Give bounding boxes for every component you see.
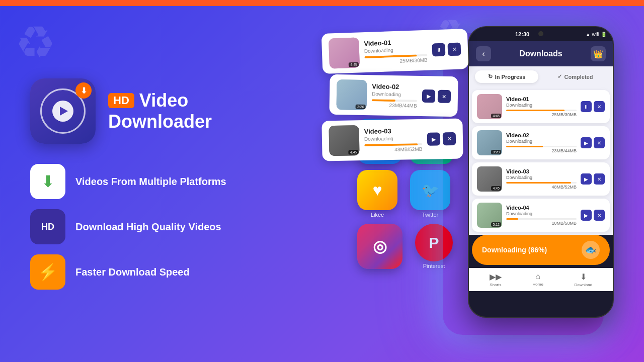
download-item-1: 4:45 Video-01 Downloading 25MB/30MB ⏸ ✕ (472, 90, 610, 123)
pinterest-icon: P (415, 224, 453, 261)
nav-home[interactable]: ⌂ Home (533, 272, 543, 287)
dl-duration-2: 3:20 (491, 150, 501, 154)
nav-download[interactable]: ⬇ Download (575, 272, 593, 287)
dl-thumb-2: 3:20 (477, 130, 502, 155)
feature-multiple-platforms: ⬇ Videos From Multiple Platforms (30, 164, 352, 199)
float-status-1: Downloading (364, 46, 427, 54)
video-label: Video (139, 90, 188, 111)
float-size-2: 23MB/44MB (372, 102, 417, 109)
dl-controls-1: ⏸ ✕ (581, 101, 605, 112)
dl-controls-2: ▶ ✕ (581, 137, 605, 148)
dl-cancel-2[interactable]: ✕ (594, 137, 605, 148)
likee-icon: ♥ (357, 170, 397, 210)
cancel-button-3[interactable]: ✕ (443, 132, 456, 145)
right-panel: f V ♥ Likee 🐦 Twitter ◎ P Pinterest (352, 21, 614, 347)
main-content: ♻ ♻ ⬇ HD Video Downloader (0, 6, 644, 362)
float-duration-2: 3:20 (356, 105, 366, 109)
lightning-icon: ⚡ (38, 262, 58, 282)
dl-duration-4: 5:12 (491, 222, 501, 227)
download-badge-icon: ⬇ (75, 82, 92, 99)
nav-shorts-label: Shorts (490, 283, 501, 287)
inprogress-label: In Progress (495, 74, 526, 80)
float-progress-bar-2 (372, 99, 417, 102)
dl-pause-1[interactable]: ⏸ (581, 101, 592, 112)
cancel-button-2[interactable]: ✕ (438, 90, 451, 103)
likee-label: Likee (371, 212, 384, 218)
overall-download-progress: Downloading (86%) 🐟 (472, 235, 610, 265)
dl-controls-3: ▶ ✕ (581, 173, 605, 185)
signal-icon: ▲ (586, 32, 591, 37)
completed-label: Completed (565, 74, 593, 80)
float-controls-3: ▶ ✕ (427, 132, 456, 146)
dl-thumb-1: 4:45 (477, 94, 502, 119)
dl-info-1: Video-01 Downloading 25MB/30MB (506, 96, 577, 117)
dl-info-4: Video-04 Downloading 10MB/58MB (506, 205, 577, 226)
float-controls-2: ▶ ✕ (422, 89, 451, 103)
dl-size-1: 25MB/30MB (506, 112, 577, 117)
feature-label-1: Download High Quality Videos (75, 221, 221, 233)
pinterest-label: Pinterest (423, 263, 445, 269)
dl-progress-fill-2 (506, 146, 543, 147)
cancel-button-1[interactable]: ✕ (447, 42, 461, 56)
float-thumb-3: 4:45 (329, 125, 359, 156)
dl-size-3: 48MB/52MB (506, 185, 577, 190)
top-bar (0, 0, 644, 6)
dl-size-2: 23MB/44MB (506, 148, 577, 153)
inprogress-icon: ↻ (488, 73, 493, 80)
play-triangle (60, 107, 68, 116)
twitter-label: Twitter (422, 212, 438, 218)
float-card-3: 4:45 Video-03 Downloading 48MB/52MB ▶ ✕ (321, 119, 463, 161)
dl-name-4: Video-04 (506, 205, 577, 211)
float-status-2: Downloading (372, 91, 417, 98)
bg-decoration-1: ♻ (15, 16, 56, 69)
dl-cancel-4[interactable]: ✕ (594, 210, 605, 221)
phone-tabs: ↻ In Progress ✓ Completed (469, 66, 613, 87)
play-button-3[interactable]: ▶ (427, 132, 440, 145)
phone-crown-button[interactable]: 👑 (591, 46, 606, 61)
dl-status-1: Downloading (506, 103, 577, 108)
feature-fast-speed: ⚡ Faster Download Speed (30, 254, 352, 290)
dl-progress-bar-1 (506, 110, 577, 111)
downloader-label: Downloader (108, 111, 212, 132)
dl-play-2[interactable]: ▶ (581, 137, 592, 148)
feature-icon-download: ⬇ (30, 164, 65, 199)
float-info-2: Video-02 Downloading 23MB/44MB (372, 82, 418, 109)
phone-back-button[interactable]: ‹ (476, 46, 491, 61)
dl-name-2: Video-02 (506, 132, 577, 138)
tab-completed[interactable]: ✓ Completed (543, 70, 607, 83)
feature-label-0: Videos From Multiple Platforms (75, 176, 226, 188)
phone-status-bar: 12:30 ▲ wifi 🔋 (469, 27, 613, 41)
left-panel: ⬇ HD Video Downloader ⬇ Videos From Mult… (30, 78, 352, 290)
dl-play-4[interactable]: ▶ (581, 210, 592, 221)
float-progress-fill-2 (372, 99, 395, 102)
dl-name-1: Video-01 (506, 96, 577, 102)
pause-button-1[interactable]: ⏸ (432, 43, 446, 57)
feature-icon-hd: HD (30, 209, 65, 244)
float-duration-1: 4:45 (349, 62, 359, 67)
tab-inprogress[interactable]: ↻ In Progress (475, 70, 538, 83)
platform-row-2: ♥ Likee 🐦 Twitter (357, 170, 453, 218)
twitter-container: 🐦 Twitter (410, 170, 450, 218)
float-duration-3: 4:45 (349, 150, 359, 154)
float-status-3: Downloading (364, 135, 422, 142)
dl-progress-bar-4 (506, 218, 577, 220)
dl-size-4: 10MB/58MB (506, 221, 577, 226)
nav-home-label: Home (533, 282, 543, 287)
battery-icon: 🔋 (601, 32, 607, 37)
fish-icon: 🐟 (582, 241, 600, 259)
float-name-3: Video-03 (364, 127, 422, 135)
float-info-1: Video-01 Downloading 25MB/30MB (364, 38, 428, 65)
dl-play-3[interactable]: ▶ (581, 173, 592, 185)
dl-info-3: Video-03 Downloading 48MB/52MB (506, 168, 577, 190)
phone-header: ‹ Downloads 👑 (469, 41, 613, 66)
hd-icon: HD (41, 222, 54, 232)
dl-cancel-3[interactable]: ✕ (594, 173, 605, 185)
float-controls-1: ⏸ ✕ (432, 42, 461, 56)
float-thumb-1: 4:45 (329, 37, 360, 68)
float-card-2: 3:20 Video-02 Downloading 23MB/44MB ▶ ✕ (329, 74, 458, 117)
floating-cards: 4:45 Video-01 Downloading 25MB/30MB ⏸ ✕ (322, 31, 458, 165)
dl-status-4: Downloading (506, 211, 577, 216)
nav-shorts[interactable]: ▶▶ Shorts (490, 272, 502, 287)
dl-cancel-1[interactable]: ✕ (594, 101, 605, 112)
play-button-2[interactable]: ▶ (422, 89, 435, 103)
